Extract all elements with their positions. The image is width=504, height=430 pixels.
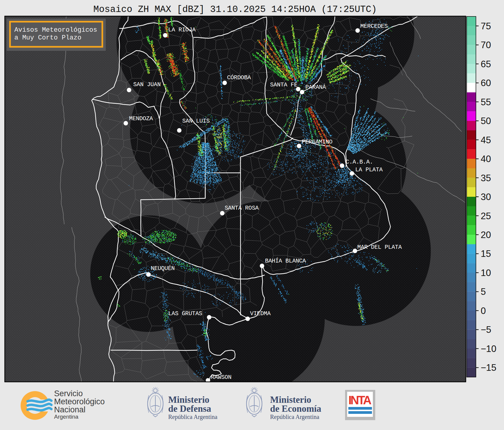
- svg-text:de Economía: de Economía: [270, 403, 321, 414]
- svg-text:Servicio: Servicio: [54, 389, 83, 398]
- svg-text:Meteorológico: Meteorológico: [54, 397, 105, 406]
- svg-text:70: 70: [481, 40, 491, 50]
- svg-text:SANTA FE: SANTA FE: [270, 82, 298, 88]
- svg-text:INTA: INTA: [348, 394, 372, 407]
- svg-text:−5: −5: [481, 324, 491, 335]
- svg-text:60: 60: [481, 78, 491, 88]
- svg-text:SAN JUAN: SAN JUAN: [133, 81, 161, 88]
- svg-text:10: 10: [481, 268, 491, 278]
- svg-text:−10: −10: [481, 344, 497, 354]
- svg-text:40: 40: [481, 154, 491, 164]
- svg-text:LA PLATA: LA PLATA: [355, 167, 383, 173]
- svg-text:VIEDMA: VIEDMA: [250, 310, 271, 317]
- svg-text:CÓRDOBA: CÓRDOBA: [227, 74, 251, 81]
- svg-text:Avisos Meteorológicos: Avisos Meteorológicos: [14, 26, 97, 34]
- svg-text:República Argentina: República Argentina: [270, 414, 319, 420]
- svg-text:RAWSON: RAWSON: [211, 374, 232, 381]
- svg-text:MAR DEL PLATA: MAR DEL PLATA: [357, 244, 402, 251]
- svg-text:República Argentina: República Argentina: [168, 414, 217, 420]
- svg-text:BAHÍA BLANCA: BAHÍA BLANCA: [265, 257, 306, 264]
- svg-text:50: 50: [481, 116, 491, 126]
- svg-text:35: 35: [481, 173, 491, 183]
- svg-text:MERCEDES: MERCEDES: [360, 23, 388, 30]
- svg-text:Argentina: Argentina: [54, 414, 79, 420]
- svg-text:NEUQUÉN: NEUQUÉN: [151, 265, 175, 272]
- svg-text:C.A.B.A.: C.A.B.A.: [346, 159, 373, 165]
- svg-text:−15: −15: [481, 362, 497, 373]
- svg-text:15: 15: [481, 248, 491, 259]
- svg-text:65: 65: [481, 59, 491, 69]
- svg-text:PERGAMINO: PERGAMINO: [302, 139, 333, 145]
- svg-text:MENDOZA: MENDOZA: [129, 115, 153, 122]
- svg-text:Nacional: Nacional: [54, 405, 85, 414]
- svg-text:55: 55: [481, 97, 491, 107]
- svg-text:25: 25: [481, 211, 491, 221]
- svg-text:PARANÁ: PARANÁ: [305, 84, 326, 91]
- svg-text:SANTA ROSA: SANTA ROSA: [225, 205, 259, 211]
- svg-text:30: 30: [481, 192, 491, 202]
- svg-text:0: 0: [481, 306, 486, 316]
- svg-text:45: 45: [481, 135, 491, 145]
- svg-text:a Muy Corto Plazo: a Muy Corto Plazo: [14, 34, 81, 42]
- svg-text:de Defensa: de Defensa: [168, 403, 211, 414]
- svg-text:5: 5: [481, 286, 486, 297]
- svg-text:75: 75: [481, 21, 491, 31]
- svg-text:Mosaico ZH MAX [dBZ] 31.10.202: Mosaico ZH MAX [dBZ] 31.10.2025 14:25HOA…: [94, 4, 377, 15]
- svg-text:LA RIOJA: LA RIOJA: [168, 27, 196, 33]
- svg-text:LAS GRUTAS: LAS GRUTAS: [168, 310, 202, 317]
- svg-text:SAN LUIS: SAN LUIS: [182, 118, 210, 124]
- svg-text:20: 20: [481, 230, 491, 240]
